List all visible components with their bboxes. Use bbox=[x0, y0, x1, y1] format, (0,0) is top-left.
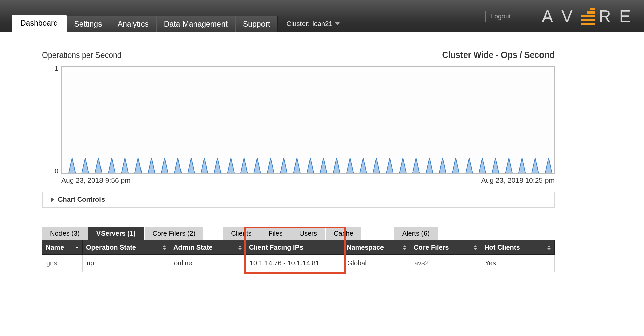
tab-analytics[interactable]: Analytics bbox=[110, 16, 156, 32]
col-name[interactable]: Name bbox=[42, 240, 83, 255]
col-label: Hot Clients bbox=[484, 244, 520, 251]
section-tab-vservers[interactable]: VServers (1) bbox=[88, 227, 144, 240]
x-tick-end: Aug 23, 2018 10:25 pm bbox=[481, 176, 555, 184]
sort-icon bbox=[238, 245, 242, 250]
col-label: Core Filers bbox=[414, 244, 449, 251]
col-label: Namespace bbox=[347, 244, 384, 251]
tab-dashboard[interactable]: Dashboard bbox=[12, 15, 67, 32]
col-operation-state[interactable]: Operation State bbox=[83, 240, 170, 255]
chart-header: Operations per Second Cluster Wide - Ops… bbox=[42, 50, 555, 60]
x-tick-start: Aug 23, 2018 9:56 pm bbox=[61, 176, 131, 184]
section-tab-nodes[interactable]: Nodes (3) bbox=[42, 227, 88, 240]
cell-hot-clients: Yes bbox=[481, 255, 555, 272]
chart-title-right: Cluster Wide - Ops / Second bbox=[442, 50, 555, 60]
top-bar: Logout A V R E Dashboard Settings Analyt… bbox=[0, 0, 644, 32]
tab-support[interactable]: Support bbox=[235, 16, 278, 32]
chart-title-left: Operations per Second bbox=[42, 51, 122, 60]
cluster-name: loan21 bbox=[312, 20, 332, 28]
section-tabs: Nodes (3) VServers (1) Core Filers (2) C… bbox=[42, 227, 555, 240]
col-namespace[interactable]: Namespace bbox=[343, 240, 410, 255]
table-row: gns up online 10.1.14.76 - 10.1.14.81 Gl… bbox=[42, 255, 555, 272]
cell-client-ips: 10.1.14.76 - 10.1.14.81 bbox=[246, 255, 343, 272]
cluster-selector[interactable]: Cluster: loan21 bbox=[278, 20, 340, 32]
vservers-table: Name Operation State Admin State Client … bbox=[42, 240, 555, 272]
sort-icon bbox=[547, 245, 551, 250]
cell-admin-state: online bbox=[170, 255, 246, 272]
core-filer-link[interactable]: avs2 bbox=[414, 259, 429, 267]
main-nav: Dashboard Settings Analytics Data Manage… bbox=[12, 15, 340, 32]
logout-button[interactable]: Logout bbox=[485, 11, 516, 22]
section-tab-cache[interactable]: Cache bbox=[326, 227, 361, 240]
col-hot-clients[interactable]: Hot Clients bbox=[481, 240, 555, 255]
col-label: Admin State bbox=[173, 244, 213, 251]
sort-icon bbox=[162, 245, 166, 250]
avere-logo: A V R E bbox=[542, 7, 631, 26]
col-core-filers[interactable]: Core Filers bbox=[410, 240, 481, 255]
sort-desc-icon bbox=[75, 247, 79, 249]
logo-letter: R bbox=[599, 7, 616, 26]
col-label: Operation State bbox=[86, 244, 136, 251]
cell-namespace: Global bbox=[343, 255, 410, 272]
cluster-prefix: Cluster: bbox=[286, 20, 310, 28]
chart-x-axis: Aug 23, 2018 9:56 pm Aug 23, 2018 10:25 … bbox=[42, 174, 555, 190]
section-tab-corefilers[interactable]: Core Filers (2) bbox=[145, 227, 204, 240]
tab-settings[interactable]: Settings bbox=[67, 16, 110, 32]
y-tick: 0 bbox=[55, 167, 58, 175]
col-client-facing-ips[interactable]: Client Facing IPs bbox=[246, 240, 343, 255]
col-label: Client Facing IPs bbox=[249, 244, 303, 251]
section-tab-users[interactable]: Users bbox=[291, 227, 325, 240]
ops-chart bbox=[62, 67, 554, 173]
table-header-row: Name Operation State Admin State Client … bbox=[42, 240, 555, 255]
section-tab-alerts[interactable]: Alerts (6) bbox=[394, 227, 438, 240]
col-admin-state[interactable]: Admin State bbox=[170, 240, 246, 255]
logo-letter: E bbox=[619, 7, 631, 26]
y-tick: 1 bbox=[55, 65, 58, 72]
vserver-name-link[interactable]: gns bbox=[46, 259, 57, 267]
chart-controls-label: Chart Controls bbox=[58, 196, 105, 203]
section-tab-files[interactable]: Files bbox=[260, 227, 291, 240]
chart-area: 1 0 bbox=[49, 66, 555, 174]
section-tab-clients[interactable]: Clients bbox=[223, 227, 259, 240]
sort-icon bbox=[403, 245, 407, 250]
tab-data-management[interactable]: Data Management bbox=[156, 16, 235, 32]
col-label: Name bbox=[46, 244, 64, 251]
chevron-down-icon bbox=[335, 22, 340, 25]
logo-letter: V bbox=[561, 7, 577, 26]
cell-op-state: up bbox=[83, 255, 170, 272]
chart-controls-toggle[interactable]: Chart Controls bbox=[42, 192, 555, 208]
logo-letter: A bbox=[542, 7, 558, 26]
chart-y-axis: 1 0 bbox=[49, 66, 61, 174]
logo-e-icon bbox=[581, 8, 595, 26]
chart-canvas[interactable] bbox=[61, 66, 555, 174]
sort-icon bbox=[473, 245, 477, 250]
